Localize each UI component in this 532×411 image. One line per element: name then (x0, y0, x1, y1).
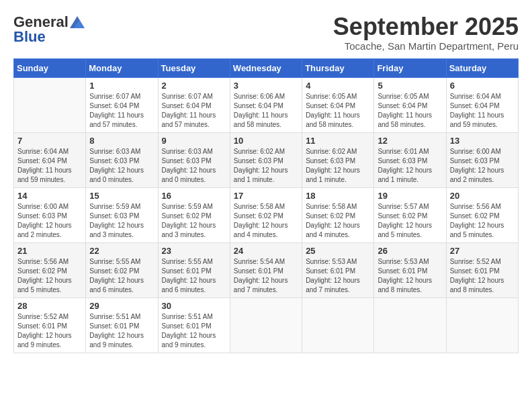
calendar-cell: 21Sunrise: 5:56 AM Sunset: 6:02 PM Dayli… (14, 242, 86, 298)
calendar-cell (374, 298, 446, 353)
subtitle: Tocache, San Martin Department, Peru (333, 40, 519, 52)
calendar-cell: 26Sunrise: 5:53 AM Sunset: 6:01 PM Dayli… (374, 242, 446, 298)
day-info: Sunrise: 5:53 AM Sunset: 6:01 PM Dayligh… (378, 257, 442, 295)
day-number: 11 (306, 136, 370, 146)
calendar-cell (302, 298, 374, 353)
calendar-cell: 29Sunrise: 5:51 AM Sunset: 6:01 PM Dayli… (86, 298, 158, 353)
day-info: Sunrise: 6:01 AM Sunset: 6:03 PM Dayligh… (378, 147, 442, 185)
day-number: 8 (89, 136, 154, 146)
calendar-cell: 23Sunrise: 5:55 AM Sunset: 6:01 PM Dayli… (158, 242, 230, 298)
day-info: Sunrise: 5:51 AM Sunset: 6:01 PM Dayligh… (162, 312, 226, 350)
calendar-cell: 22Sunrise: 5:55 AM Sunset: 6:02 PM Dayli… (86, 242, 158, 298)
weekday-header-row: SundayMondayTuesdayWednesdayThursdayFrid… (14, 58, 519, 77)
day-number: 21 (17, 246, 82, 256)
calendar-cell: 11Sunrise: 6:02 AM Sunset: 6:03 PM Dayli… (302, 132, 374, 187)
day-info: Sunrise: 6:02 AM Sunset: 6:03 PM Dayligh… (234, 147, 298, 185)
day-number: 25 (306, 246, 370, 256)
day-number: 14 (17, 191, 82, 201)
logo-blue: Blue (13, 28, 46, 46)
day-info: Sunrise: 6:05 AM Sunset: 6:04 PM Dayligh… (306, 92, 370, 130)
calendar-cell: 5Sunrise: 6:05 AM Sunset: 6:04 PM Daylig… (374, 77, 446, 132)
day-number: 12 (378, 136, 442, 146)
day-info: Sunrise: 6:02 AM Sunset: 6:03 PM Dayligh… (306, 147, 370, 185)
calendar-cell: 15Sunrise: 5:59 AM Sunset: 6:03 PM Dayli… (86, 187, 158, 242)
day-info: Sunrise: 6:00 AM Sunset: 6:03 PM Dayligh… (450, 147, 515, 185)
month-title: September 2025 (333, 13, 519, 40)
weekday-header-sunday: Sunday (14, 58, 86, 77)
day-number: 24 (234, 246, 298, 256)
calendar-cell: 9Sunrise: 6:03 AM Sunset: 6:03 PM Daylig… (158, 132, 230, 187)
day-number: 22 (89, 246, 154, 256)
weekday-header-friday: Friday (374, 58, 446, 77)
day-number: 17 (234, 191, 298, 201)
calendar-week-row: 7Sunrise: 6:04 AM Sunset: 6:04 PM Daylig… (14, 132, 519, 187)
calendar-cell: 25Sunrise: 5:53 AM Sunset: 6:01 PM Dayli… (302, 242, 374, 298)
weekday-header-thursday: Thursday (302, 58, 374, 77)
day-number: 10 (234, 136, 298, 146)
calendar-cell: 3Sunrise: 6:06 AM Sunset: 6:04 PM Daylig… (230, 77, 302, 132)
day-number: 27 (450, 246, 515, 256)
weekday-header-tuesday: Tuesday (158, 58, 230, 77)
day-number: 13 (450, 136, 515, 146)
day-info: Sunrise: 6:06 AM Sunset: 6:04 PM Dayligh… (234, 92, 298, 130)
logo-icon (70, 16, 85, 28)
calendar-week-row: 28Sunrise: 5:52 AM Sunset: 6:01 PM Dayli… (14, 298, 519, 353)
calendar-cell (230, 298, 302, 353)
title-area: September 2025 Tocache, San Martin Depar… (333, 13, 519, 52)
day-info: Sunrise: 6:03 AM Sunset: 6:03 PM Dayligh… (162, 147, 226, 185)
day-number: 15 (89, 191, 154, 201)
day-info: Sunrise: 5:59 AM Sunset: 6:03 PM Dayligh… (89, 202, 154, 240)
calendar-cell: 14Sunrise: 6:00 AM Sunset: 6:03 PM Dayli… (14, 187, 86, 242)
day-info: Sunrise: 6:07 AM Sunset: 6:04 PM Dayligh… (162, 92, 226, 130)
header: General Blue September 2025 Tocache, San… (13, 13, 519, 52)
calendar-cell: 2Sunrise: 6:07 AM Sunset: 6:04 PM Daylig… (158, 77, 230, 132)
day-number: 28 (17, 301, 82, 311)
day-info: Sunrise: 5:59 AM Sunset: 6:02 PM Dayligh… (162, 202, 226, 240)
calendar-week-row: 14Sunrise: 6:00 AM Sunset: 6:03 PM Dayli… (14, 187, 519, 242)
calendar-cell: 13Sunrise: 6:00 AM Sunset: 6:03 PM Dayli… (446, 132, 518, 187)
calendar-week-row: 21Sunrise: 5:56 AM Sunset: 6:02 PM Dayli… (14, 242, 519, 298)
calendar-cell: 8Sunrise: 6:03 AM Sunset: 6:03 PM Daylig… (86, 132, 158, 187)
day-number: 19 (378, 191, 442, 201)
day-info: Sunrise: 6:04 AM Sunset: 6:04 PM Dayligh… (450, 92, 515, 130)
day-info: Sunrise: 6:05 AM Sunset: 6:04 PM Dayligh… (378, 92, 442, 130)
day-number: 23 (162, 246, 226, 256)
day-info: Sunrise: 6:03 AM Sunset: 6:03 PM Dayligh… (89, 147, 154, 185)
day-number: 2 (162, 81, 226, 91)
day-number: 5 (378, 81, 442, 91)
calendar-cell: 4Sunrise: 6:05 AM Sunset: 6:04 PM Daylig… (302, 77, 374, 132)
day-info: Sunrise: 5:56 AM Sunset: 6:02 PM Dayligh… (17, 257, 82, 295)
calendar-cell: 12Sunrise: 6:01 AM Sunset: 6:03 PM Dayli… (374, 132, 446, 187)
day-number: 30 (162, 301, 226, 311)
day-info: Sunrise: 5:53 AM Sunset: 6:01 PM Dayligh… (306, 257, 370, 295)
calendar-cell (446, 298, 518, 353)
day-info: Sunrise: 6:07 AM Sunset: 6:04 PM Dayligh… (89, 92, 154, 130)
day-number: 4 (306, 81, 370, 91)
day-info: Sunrise: 5:51 AM Sunset: 6:01 PM Dayligh… (89, 312, 154, 350)
calendar-cell: 17Sunrise: 5:58 AM Sunset: 6:02 PM Dayli… (230, 187, 302, 242)
calendar-cell: 19Sunrise: 5:57 AM Sunset: 6:02 PM Dayli… (374, 187, 446, 242)
day-info: Sunrise: 6:00 AM Sunset: 6:03 PM Dayligh… (17, 202, 82, 240)
day-info: Sunrise: 5:57 AM Sunset: 6:02 PM Dayligh… (378, 202, 442, 240)
calendar-cell: 27Sunrise: 5:52 AM Sunset: 6:01 PM Dayli… (446, 242, 518, 298)
calendar-cell: 16Sunrise: 5:59 AM Sunset: 6:02 PM Dayli… (158, 187, 230, 242)
calendar: SundayMondayTuesdayWednesdayThursdayFrid… (13, 58, 519, 353)
day-number: 20 (450, 191, 515, 201)
day-number: 18 (306, 191, 370, 201)
calendar-week-row: 1Sunrise: 6:07 AM Sunset: 6:04 PM Daylig… (14, 77, 519, 132)
calendar-cell: 28Sunrise: 5:52 AM Sunset: 6:01 PM Dayli… (14, 298, 86, 353)
day-info: Sunrise: 6:04 AM Sunset: 6:04 PM Dayligh… (17, 147, 82, 185)
weekday-header-monday: Monday (86, 58, 158, 77)
day-info: Sunrise: 5:55 AM Sunset: 6:01 PM Dayligh… (162, 257, 226, 295)
weekday-header-wednesday: Wednesday (230, 58, 302, 77)
calendar-cell (14, 77, 86, 132)
day-info: Sunrise: 5:52 AM Sunset: 6:01 PM Dayligh… (450, 257, 515, 295)
day-info: Sunrise: 5:58 AM Sunset: 6:02 PM Dayligh… (306, 202, 370, 240)
day-number: 9 (162, 136, 226, 146)
calendar-cell: 30Sunrise: 5:51 AM Sunset: 6:01 PM Dayli… (158, 298, 230, 353)
calendar-cell: 6Sunrise: 6:04 AM Sunset: 6:04 PM Daylig… (446, 77, 518, 132)
calendar-cell: 20Sunrise: 5:56 AM Sunset: 6:02 PM Dayli… (446, 187, 518, 242)
day-number: 16 (162, 191, 226, 201)
calendar-cell: 18Sunrise: 5:58 AM Sunset: 6:02 PM Dayli… (302, 187, 374, 242)
calendar-cell: 10Sunrise: 6:02 AM Sunset: 6:03 PM Dayli… (230, 132, 302, 187)
